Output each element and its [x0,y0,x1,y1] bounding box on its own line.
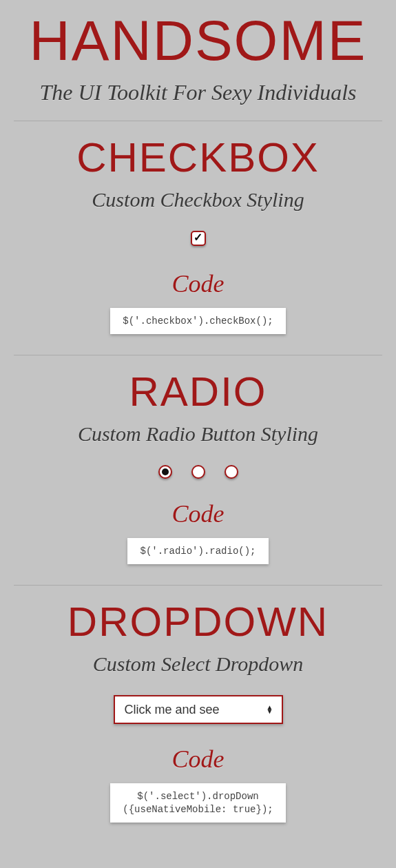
checkbox-subtitle: Custom Checkbox Styling [14,188,382,211]
section-checkbox: CHECKBOX Custom Checkbox Styling ✓ Code … [14,121,382,355]
code-label: Code [14,499,382,528]
code-label: Code [14,745,382,774]
dropdown-title: DROPDOWN [14,598,382,645]
radio-subtitle: Custom Radio Button Styling [14,422,382,446]
radio-option-2[interactable] [191,465,205,479]
checkbox-code: $('.checkbox').checkBox(); [110,308,285,334]
radio-option-3[interactable] [225,465,238,479]
dropdown-subtitle: Custom Select Dropdown [14,652,382,676]
section-radio: RADIO Custom Radio Button Styling Code $… [14,355,382,585]
dropdown-selected-label: Click me and see [125,703,220,717]
code-label: Code [14,269,382,298]
check-icon: ✓ [194,231,202,244]
radio-code: $('.radio').radio(); [127,538,268,564]
radio-group [14,465,382,479]
checkbox-title: CHECKBOX [14,134,382,181]
main-title: HANDSOME [14,8,382,73]
radio-option-1[interactable] [158,465,172,479]
chevron-updown-icon: ▲▼ [267,705,273,714]
dropdown-select[interactable]: Click me and see ▲▼ [114,695,283,724]
radio-title: RADIO [14,368,382,415]
section-dropdown: DROPDOWN Custom Select Dropdown Click me… [14,586,382,843]
checkbox-input[interactable]: ✓ [191,231,206,246]
dropdown-code: $('.select').dropDown ({useNativeMobile:… [110,783,285,822]
tagline: The UI Toolkit For Sexy Individuals [14,80,382,105]
